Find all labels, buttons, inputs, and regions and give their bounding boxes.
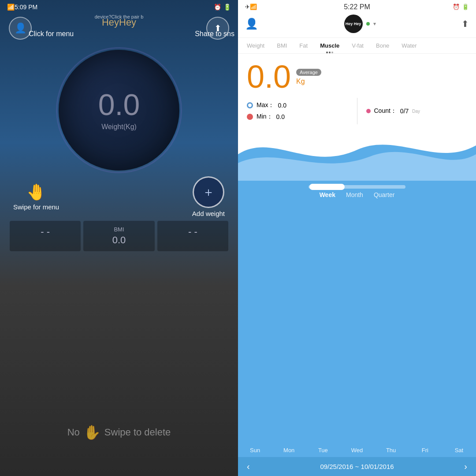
time-option-quarter[interactable]: Quarter	[374, 191, 394, 198]
tabs-container: Weight BMI Fat Muscle V-fat Bone Water	[238, 38, 476, 54]
swipe-delete-area: No ✋ Swipe to delete	[0, 424, 238, 441]
main-stats: 0.0 Average Kg Max： 0.0 Min： 0.0	[238, 54, 476, 128]
battery-icons: ⏰ 🔋	[214, 4, 231, 11]
weight-value-left: 0.0	[98, 89, 140, 119]
stat-value-bmi: 0.0	[87, 234, 151, 246]
tab-weight[interactable]: Weight	[242, 40, 269, 52]
time-option-week[interactable]: Week	[320, 191, 335, 198]
status-bar-right: ✈ 📶 5:22 PM ⏰ 🔋	[238, 0, 476, 12]
unit-label: Kg	[296, 78, 305, 86]
status-bar-left: 📶 5:09 PM ⏰ 🔋	[0, 0, 238, 14]
minmax-right: Count： 0/7 Day	[366, 107, 468, 115]
stat-item-bmi: BMI 0.0	[83, 221, 154, 251]
day-wed: Wed	[340, 447, 374, 454]
airplane-icon: ✈	[245, 4, 250, 10]
time-selector: Week Month Quarter	[309, 185, 405, 198]
swipe-hand-icon: 🤚	[26, 183, 46, 201]
actions-area: 🤚 Swipe for menu ＋ Add weight	[0, 172, 238, 217]
dot3	[331, 52, 333, 53]
tab-water[interactable]: Water	[397, 40, 421, 52]
min-value: 0.0	[276, 113, 285, 120]
time-right: 5:22 PM	[344, 3, 370, 11]
add-weight-label: Add weight	[192, 210, 225, 217]
add-weight-circle[interactable]: ＋	[193, 176, 224, 208]
wave-svg	[238, 128, 476, 181]
main-value-row: 0.0 Average Kg	[247, 61, 467, 93]
alarm-icon-right: ⏰	[453, 4, 460, 10]
minmax-left: Max： 0.0 Min： 0.0	[247, 101, 348, 121]
stat-label-bmi: BMI	[87, 226, 151, 233]
right-panel: ✈ 📶 5:22 PM ⏰ 🔋 👤 Hey Hey ▾ ⬆ Weight BMI…	[238, 0, 476, 476]
weight-label-left: Weight(Kg)	[101, 123, 137, 131]
stat-item-3: - -	[157, 221, 228, 251]
swipe-menu-label: Swipe for menu	[13, 203, 59, 211]
add-weight-area[interactable]: ＋ Add weight	[192, 176, 225, 217]
day-tue: Tue	[306, 447, 340, 454]
no-text: No	[67, 427, 80, 438]
day-fri: Fri	[408, 447, 442, 454]
share-icon-right[interactable]: ⬆	[461, 19, 469, 29]
count-dot	[366, 109, 371, 113]
count-label: Count：	[374, 107, 397, 115]
count-sub: Day	[412, 109, 420, 114]
time-left: 5:09 PM	[15, 4, 37, 11]
battery-icon-right: 🔋	[462, 4, 469, 10]
stats-row: - - BMI 0.0 - -	[0, 221, 238, 251]
separator	[357, 98, 357, 124]
average-badge: Average	[296, 69, 321, 76]
tab-fat[interactable]: Fat	[295, 40, 312, 52]
logo-text: Hey Hey	[346, 22, 361, 26]
user-icon: 👤	[15, 22, 26, 34]
count-value: 0/7	[400, 108, 409, 115]
dropdown-arrow-icon[interactable]: ▾	[373, 21, 376, 27]
signal-icons: 📶	[7, 4, 15, 11]
user-icon-right[interactable]: 👤	[245, 18, 258, 30]
day-sun: Sun	[238, 447, 272, 454]
header-right: 👤 Hey Hey ▾ ⬆	[238, 12, 476, 38]
plus-icon: ＋	[202, 184, 215, 201]
time-option-month[interactable]: Month	[346, 191, 363, 198]
next-button[interactable]: ›	[464, 461, 467, 472]
delete-hand-icon: ✋	[83, 424, 101, 441]
day-sat: Sat	[442, 447, 476, 454]
tab-bmi[interactable]: BMI	[272, 40, 291, 52]
wifi-icon-right: 📶	[250, 4, 257, 10]
day-thu: Thu	[374, 447, 408, 454]
min-dot	[247, 114, 253, 120]
wifi-icon: 📶	[7, 4, 15, 11]
battery-icon: 🔋	[223, 4, 231, 11]
prev-button[interactable]: ‹	[247, 461, 250, 472]
date-range: 09/25/2016 ~ 10/01/2016	[320, 463, 394, 470]
tab-muscle[interactable]: Muscle	[316, 40, 344, 52]
minmax-row: Max： 0.0 Min： 0.0 Count： 0/7 Day	[247, 98, 467, 124]
tab-bone[interactable]: Bone	[372, 40, 394, 52]
app-title-left: HeyHey	[102, 17, 136, 28]
share-sns-annotation: Share to sns	[195, 30, 234, 38]
max-value: 0.0	[278, 102, 286, 109]
days-row: Sun Mon Tue Wed Thu Fri Sat	[238, 442, 476, 457]
main-value: 0.0	[247, 61, 291, 93]
tab-indicator	[326, 52, 333, 53]
date-nav: ‹ 09/25/2016 ~ 10/01/2016 ›	[238, 457, 476, 476]
stat-value-1: - -	[13, 226, 77, 238]
slider-thumb[interactable]	[309, 184, 345, 190]
day-mon: Mon	[272, 447, 306, 454]
app-logo: Hey Hey ▾	[344, 15, 376, 33]
logo-circle: Hey Hey	[344, 15, 363, 33]
weight-circle: 0.0 Weight(Kg)	[57, 48, 181, 172]
swipe-menu-hint: 🤚 Swipe for menu	[13, 183, 59, 211]
online-dot	[366, 22, 370, 26]
max-item: Max： 0.0	[247, 101, 348, 109]
click-menu-annotation: Click for menu	[29, 30, 74, 38]
slider-track[interactable]	[309, 185, 405, 189]
left-panel: 📶 5:09 PM ⏰ 🔋 device?Click the pair b 👤 …	[0, 0, 238, 476]
min-label: Min：	[257, 113, 273, 121]
swipe-delete-label: Swipe to delete	[104, 427, 171, 438]
min-item: Min： 0.0	[247, 113, 348, 121]
dot1	[326, 52, 328, 53]
time-options: Week Month Quarter	[320, 191, 395, 198]
stat-item-1: - -	[10, 221, 81, 251]
stat-value-3: - -	[161, 226, 225, 238]
max-dot	[247, 102, 253, 108]
tab-vfat[interactable]: V-fat	[347, 40, 368, 52]
